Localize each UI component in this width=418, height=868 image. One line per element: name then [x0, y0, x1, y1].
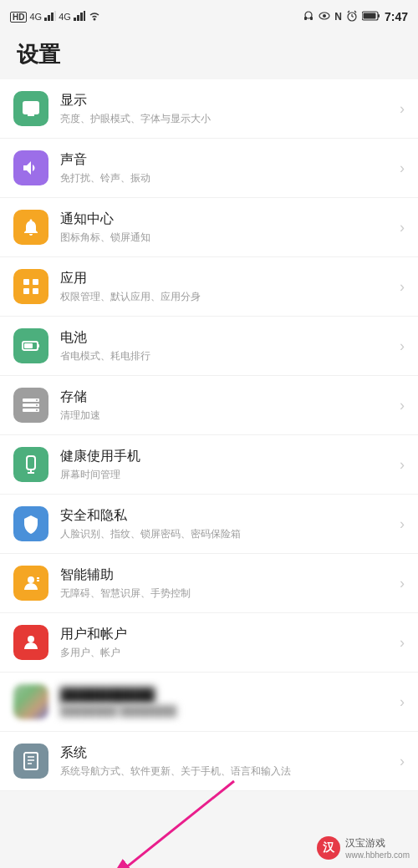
item-subtitle-sound: 免打扰、铃声、振动	[60, 171, 393, 185]
chevron-icon-health: ›	[400, 456, 405, 474]
svg-point-40	[28, 576, 34, 583]
item-subtitle-accounts: 多用户、帐户	[60, 646, 393, 660]
chevron-icon-blurred: ›	[400, 693, 405, 711]
svg-rect-24	[23, 279, 29, 285]
svg-rect-20	[378, 14, 380, 18]
alarm-icon	[346, 10, 358, 24]
signal-4g-2: 4G	[59, 12, 71, 22]
item-subtitle-assist: 无障碍、智慧识屏、手势控制	[60, 586, 393, 601]
chevron-icon-storage: ›	[400, 397, 405, 414]
item-title-system: 系统	[60, 744, 393, 762]
signal-bars-2	[74, 11, 85, 23]
svg-line-49	[109, 781, 234, 868]
svg-rect-30	[24, 343, 33, 348]
chevron-icon-notification: ›	[400, 219, 405, 236]
watermark-info: 汉宝游戏 www.hbherb.com	[345, 836, 410, 860]
item-subtitle-notification: 图标角标、锁屏通知	[60, 231, 393, 245]
settings-item-storage[interactable]: 存储 清理加速 ›	[0, 376, 418, 435]
signal-4g-1: 4G	[29, 12, 42, 22]
item-subtitle-system: 系统导航方式、软件更新、关于手机、语言和输入法	[60, 764, 393, 779]
settings-item-system[interactable]: 系统 系统导航方式、软件更新、关于手机、语言和输入法 ›	[0, 732, 418, 791]
item-text-security: 安全和隐私 人脸识别、指纹、锁屏密码、密码保险箱	[60, 507, 393, 541]
item-text-system: 系统 系统导航方式、软件更新、关于手机、语言和输入法	[60, 744, 393, 779]
settings-item-notification[interactable]: 通知中心 图标角标、锁屏通知 ›	[0, 198, 418, 257]
svg-rect-26	[23, 288, 29, 294]
svg-rect-21	[363, 13, 375, 18]
item-title-health: 健康使用手机	[60, 448, 393, 465]
settings-item-battery[interactable]: 电池 省电模式、耗电排行 ›	[0, 317, 418, 376]
svg-rect-4	[74, 18, 76, 21]
icon-storage	[13, 388, 48, 423]
svg-point-36	[36, 409, 38, 411]
svg-point-43	[28, 636, 34, 642]
item-subtitle-display: 亮度、护眼模式、字体与显示大小	[60, 112, 393, 126]
item-text-accounts: 用户和帐户 多用户、帐户	[60, 626, 393, 660]
settings-item-accounts[interactable]: 用户和帐户 多用户、帐户 ›	[0, 613, 418, 673]
settings-item-apps[interactable]: 应用 权限管理、默认应用、应用分身 ›	[0, 257, 418, 317]
hd-indicator: HD	[10, 12, 27, 23]
svg-rect-6	[80, 13, 83, 21]
settings-item-blurred[interactable]: ██████████ ████████ ████████ ›	[0, 673, 418, 732]
item-text-storage: 存储 清理加速	[60, 388, 393, 423]
settings-item-sound[interactable]: 声音 免打扰、铃声、振动 ›	[0, 139, 418, 198]
icon-accounts	[13, 625, 48, 660]
wifi-icon	[88, 11, 101, 23]
item-text-assist: 智能辅助 无障碍、智慧识屏、手势控制	[60, 566, 393, 601]
svg-rect-44	[24, 753, 38, 769]
headphone-icon	[303, 10, 314, 24]
signal-bars-1	[44, 11, 56, 23]
item-title-blurred: ██████████	[60, 688, 393, 703]
item-title-notification: 通知中心	[60, 211, 393, 228]
item-text-sound: 声音 免打扰、铃声、振动	[60, 151, 393, 185]
svg-line-17	[348, 11, 349, 13]
svg-rect-25	[33, 279, 38, 285]
settings-item-assist[interactable]: 智能辅助 无障碍、智慧识屏、手势控制 ›	[0, 554, 418, 613]
svg-rect-0	[44, 18, 47, 21]
watermark-logo-text: 汉	[323, 840, 334, 855]
item-title-display: 显示	[60, 92, 393, 109]
page-title: 设置	[17, 40, 401, 69]
icon-sound	[13, 150, 48, 185]
chevron-icon-display: ›	[400, 100, 405, 118]
watermark-logo: 汉	[317, 836, 340, 860]
settings-container: 显示 亮度、护眼模式、字体与显示大小 › 声音 免打扰、铃声、振动 › 通知中心…	[0, 79, 418, 791]
svg-point-35	[36, 404, 38, 406]
settings-item-security[interactable]: 安全和隐私 人脸识别、指纹、锁屏密码、密码保险箱 ›	[0, 495, 418, 554]
icon-battery	[13, 328, 48, 363]
icon-apps	[13, 269, 48, 304]
chevron-icon-assist: ›	[400, 575, 405, 592]
svg-rect-29	[38, 344, 39, 348]
item-text-notification: 通知中心 图标角标、锁屏通知	[60, 211, 393, 245]
svg-point-8	[93, 18, 95, 21]
item-subtitle-health: 屏幕时间管理	[60, 468, 393, 482]
item-title-assist: 智能辅助	[60, 566, 393, 584]
svg-point-13	[323, 14, 326, 18]
icon-health	[13, 447, 48, 482]
svg-point-34	[36, 399, 38, 401]
svg-rect-23	[26, 104, 36, 111]
blurred-icon	[13, 684, 48, 719]
watermark-url: www.hbherb.com	[345, 850, 410, 860]
status-right-icons: N 7:47	[303, 10, 408, 24]
svg-line-18	[354, 11, 356, 13]
item-title-battery: 电池	[60, 329, 393, 347]
item-subtitle-blurred: ████████ ████████	[60, 705, 393, 717]
chevron-icon-system: ›	[400, 753, 405, 770]
icon-display	[13, 91, 48, 126]
item-text-battery: 电池 省电模式、耗电排行	[60, 329, 393, 363]
svg-rect-2	[51, 13, 54, 21]
status-left-icons: HD 4G 4G	[10, 11, 101, 23]
chevron-icon-battery: ›	[400, 338, 405, 355]
icon-assist	[13, 566, 48, 601]
item-title-storage: 存储	[60, 388, 393, 406]
item-text-display: 显示 亮度、护眼模式、字体与显示大小	[60, 92, 393, 126]
item-title-security: 安全和隐私	[60, 507, 393, 525]
eye-icon	[319, 11, 330, 23]
item-subtitle-apps: 权限管理、默认应用、应用分身	[60, 290, 393, 304]
chevron-icon-apps: ›	[400, 278, 405, 296]
settings-item-display[interactable]: 显示 亮度、护眼模式、字体与显示大小 ›	[0, 79, 418, 139]
item-title-apps: 应用	[60, 270, 393, 287]
svg-rect-1	[48, 15, 50, 21]
status-time: 7:47	[385, 10, 408, 23]
settings-item-health[interactable]: 健康使用手机 屏幕时间管理 ›	[0, 435, 418, 495]
